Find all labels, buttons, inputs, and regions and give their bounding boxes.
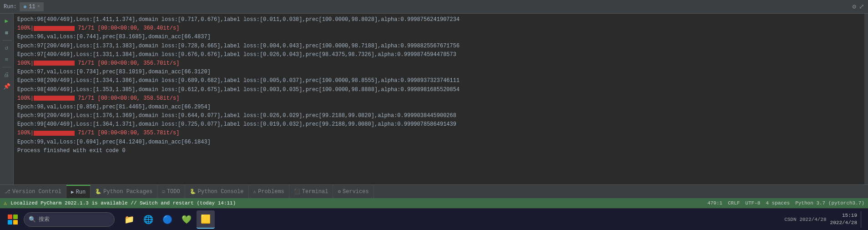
console-line: Epoch:98[200/469],Loss:[1.334,1.386],dom… — [17, 77, 861, 85]
tab-todo[interactable]: ☑ TODO — [157, 185, 185, 198]
taskbar-date-value: 2022/4/28 — [830, 220, 857, 226]
status-bar: ⚠ Localized PyCharm 2022.1.3 is availabl… — [0, 198, 868, 208]
tab-run-label: Run — [76, 189, 86, 195]
console-line: Epoch:96,val,Loss:[0.744],prec[83.1685],… — [17, 33, 861, 41]
stop-button[interactable]: ■ — [1, 27, 12, 38]
taskbar-apps: 📁 🌐 🔵 💚 🟨 — [120, 210, 215, 229]
cursor-position[interactable]: 479:1 — [707, 200, 722, 206]
run-tab[interactable]: ● 11 × — [20, 2, 44, 11]
run-tab-label: 11 — [29, 4, 35, 10]
taskbar-time-value: 15:19 — [830, 212, 857, 219]
win-logo-q1 — [8, 215, 12, 219]
progress-line: 100%| 71/71 [00:00<00:00, 355.78it/s] — [17, 129, 861, 138]
taskbar: 🔍 搜索 📁 🌐 🔵 💚 🟨 CSDN 2022/4/28 15:19 2022… — [0, 208, 868, 230]
tab-version-control[interactable]: ⎇ Version Control — [0, 185, 66, 198]
expand-icon[interactable]: ⤢ — [859, 3, 864, 10]
taskbar-app5[interactable]: 💚 — [177, 210, 196, 229]
taskbar-pycharm[interactable]: 🟨 — [197, 210, 215, 229]
tab-run[interactable]: ▶ Run — [66, 185, 91, 198]
taskbar-search-text: 搜索 — [39, 215, 50, 223]
progress-line: 100%| 71/71 [00:00<00:00, 358.58it/s] — [17, 94, 861, 103]
status-right: 479:1 CRLF UTF-8 4 spaces Python 3.7 (py… — [707, 200, 864, 206]
console-output[interactable]: Epoch:96[400/469],Loss:[1.411,1.374],dom… — [14, 14, 864, 184]
console-line: Epoch:99[400/469],Loss:[1.364,1.371],dom… — [17, 120, 861, 129]
left-toolbar: ▶ ■ ↺ ≡ 🖨 📌 — [0, 14, 14, 184]
taskbar-corner[interactable] — [861, 211, 864, 228]
pause-button[interactable]: ≡ — [1, 54, 12, 65]
taskbar-file-explorer[interactable]: 📁 — [120, 210, 138, 229]
status-message[interactable]: Localized PyCharm 2022.1.3 is available … — [10, 200, 236, 206]
console-line: Epoch:98,val,Loss:[0.856],prec[81.4465],… — [17, 103, 861, 112]
tab-problems-label: Problems — [258, 189, 284, 195]
tab-services-label: Services — [343, 189, 369, 195]
problems-icon: ⚠ — [253, 189, 257, 194]
console-line: Epoch:98[400/469],Loss:[1.353,1.385],dom… — [17, 86, 861, 94]
win-logo-q4 — [13, 220, 18, 225]
tab-python-console-label: Python Console — [198, 189, 244, 195]
settings-icon[interactable]: ⚙ — [853, 3, 856, 10]
console-line: Epoch:97[200/469],Loss:[1.373,1.383],dom… — [17, 42, 861, 51]
windows-logo — [8, 215, 18, 225]
taskbar-search-icon: 🔍 — [29, 216, 36, 223]
progress-line: 100%| 71/71 [00:00<00:00, 360.40it/s] — [17, 24, 861, 33]
tab-version-control-label: Version Control — [12, 189, 61, 195]
print-button[interactable]: 🖨 — [1, 69, 12, 80]
tab-terminal[interactable]: ⬛ Terminal — [289, 185, 333, 198]
version-control-icon: ⎇ — [5, 189, 10, 194]
tab-problems[interactable]: ⚠ Problems — [249, 185, 289, 198]
status-warning-icon: ⚠ — [4, 200, 7, 207]
run-bar: Run: ● 11 × ⚙ ⤢ — [0, 0, 868, 14]
taskbar-search[interactable]: 🔍 搜索 — [24, 212, 115, 227]
taskbar-right: CSDN 2022/4/28 15:19 2022/4/28 — [784, 211, 864, 228]
python-packages-icon: 🐍 — [95, 189, 101, 194]
run-icon: ▶ — [71, 189, 74, 195]
pin-button[interactable]: 📌 — [1, 81, 12, 92]
console-line: Epoch:99[200/469],Loss:[1.376,1.369],dom… — [17, 112, 861, 120]
console-line: Process finished with exit code 0 — [17, 147, 861, 155]
main-area: ▶ ■ ↺ ≡ 🖨 📌 Epoch:96[400/469],Loss:[1.41… — [0, 14, 868, 184]
tab-services[interactable]: ⚙ Services — [333, 185, 373, 198]
line-ending[interactable]: CRLF — [728, 200, 740, 206]
encoding[interactable]: UTF-8 — [745, 200, 760, 206]
tab-python-packages-label: Python Packages — [103, 189, 152, 195]
progress-line: 100%| 71/71 [00:00<00:00, 356.70it/s] — [17, 59, 861, 68]
taskbar-edge[interactable]: 🌐 — [139, 210, 157, 229]
win-logo-q3 — [8, 220, 12, 225]
toolbar-separator-2 — [2, 67, 11, 67]
indent-info[interactable]: 4 spaces — [766, 200, 790, 206]
taskbar-chrome[interactable]: 🔵 — [158, 210, 177, 229]
right-scrollbar[interactable] — [864, 14, 868, 184]
taskbar-notification: CSDN 2022/4/28 — [784, 217, 826, 222]
services-icon: ⚙ — [338, 189, 341, 194]
play-button[interactable]: ▶ — [1, 15, 12, 26]
console-line: Epoch:99,val,Loss:[0.694],prec[84.1240],… — [17, 138, 861, 147]
run-bar-right: ⚙ ⤢ — [853, 3, 864, 10]
rerun-button[interactable]: ↺ — [1, 42, 12, 53]
bottom-tabs: ⎇ Version Control ▶ Run 🐍 Python Package… — [0, 184, 868, 198]
tab-python-console[interactable]: 🐍 Python Console — [185, 185, 249, 198]
run-label: Run: — [4, 4, 17, 10]
terminal-icon: ⬛ — [294, 189, 300, 194]
run-dot: ● — [23, 3, 27, 10]
python-version[interactable]: Python 3.7 (pytorch3.7) — [795, 200, 864, 206]
console-line: Epoch:97[400/469],Loss:[1.331,1.384],dom… — [17, 51, 861, 59]
toolbar-separator-1 — [2, 40, 11, 41]
python-console-icon: 🐍 — [190, 189, 196, 194]
run-tab-close[interactable]: × — [37, 4, 40, 9]
taskbar-clock: 15:19 2022/4/28 — [830, 212, 857, 226]
win-logo-q2 — [13, 215, 18, 219]
console-line: Epoch:96[400/469],Loss:[1.411,1.374],dom… — [17, 15, 861, 24]
console-line: Epoch:97,val,Loss:[0.734],prec[83.1019],… — [17, 68, 861, 77]
start-button[interactable] — [4, 211, 22, 228]
tab-python-packages[interactable]: 🐍 Python Packages — [91, 185, 157, 198]
todo-icon: ☑ — [162, 189, 165, 194]
tab-todo-label: TODO — [167, 189, 180, 195]
tab-terminal-label: Terminal — [302, 189, 328, 195]
